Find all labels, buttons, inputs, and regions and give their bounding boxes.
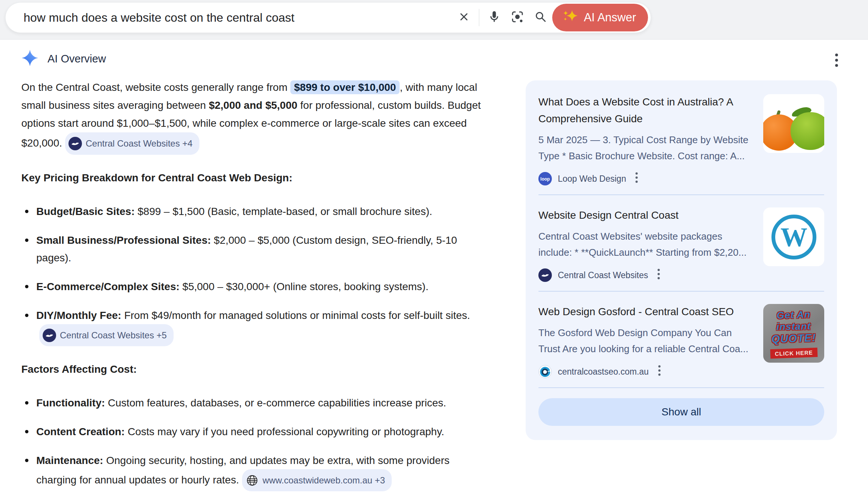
close-icon bbox=[458, 11, 470, 24]
sparkle-icon bbox=[562, 8, 578, 27]
pricing-list: Budget/Basic Sites: $899 – $1,500 (Basic… bbox=[21, 203, 504, 346]
bullet-lead: Content Creation: bbox=[36, 426, 125, 437]
card-snippet: The Gosford Web Design Company You Can T… bbox=[538, 325, 754, 357]
ai-overview-label: AI Overview bbox=[48, 53, 106, 65]
card-snippet: 5 Mar 2025 — 3. Typical Cost Range by We… bbox=[538, 132, 754, 164]
bullet-lead: DIY/Monthly Fee: bbox=[36, 310, 121, 321]
bullet-text: From $49/month for managed solutions or … bbox=[121, 310, 470, 321]
bold-price-range: $2,000 and $5,000 bbox=[209, 99, 297, 111]
citation-chip-label: Central Coast Websites +4 bbox=[86, 135, 193, 153]
search-icon bbox=[534, 10, 547, 25]
list-item: Maintenance: Ongoing security, hosting, … bbox=[21, 452, 489, 491]
card-thumbnail-wordpress-logo[interactable]: W bbox=[763, 208, 824, 266]
bullet-lead: Functionality: bbox=[36, 397, 105, 409]
citation-chip[interactable]: Central Coast Websites +4 bbox=[65, 132, 199, 155]
source-name: centralcoastseo.com.au bbox=[558, 367, 649, 377]
google-search-page: how much does a website cost on the cent… bbox=[0, 0, 868, 498]
card-thumbnail-fruits[interactable] bbox=[763, 94, 824, 153]
microphone-icon bbox=[488, 10, 501, 25]
card-more-options-button[interactable] bbox=[635, 172, 638, 186]
quote-graphic-line2: instant bbox=[776, 320, 811, 333]
list-item: Functionality: Custom features, database… bbox=[21, 394, 489, 412]
list-item: DIY/Monthly Fee: From $49/month for mana… bbox=[21, 307, 489, 346]
card-thumbnail-instant-quote[interactable]: Get An instant QUOTE! CLICK HERE bbox=[763, 304, 824, 363]
centralcoastseo-favicon-icon bbox=[538, 365, 552, 378]
card-title[interactable]: Website Design Central Coast bbox=[538, 207, 754, 224]
card-more-options-button[interactable] bbox=[658, 365, 661, 379]
ai-answer-label: AI Answer bbox=[584, 11, 636, 24]
gemini-star-icon bbox=[21, 49, 39, 68]
central-coast-websites-favicon-icon bbox=[43, 329, 56, 342]
quote-graphic-line3: QUOTE! bbox=[771, 331, 816, 345]
wordpress-logo-icon: W bbox=[770, 213, 818, 261]
central-coast-websites-favicon-icon bbox=[68, 137, 82, 150]
green-apple bbox=[791, 112, 824, 150]
source-card[interactable]: Website Design Central Coast Central Coa… bbox=[538, 195, 824, 291]
citation-chip-label: www.coastwideweb.com.au +3 bbox=[263, 471, 385, 489]
source-name: Loop Web Design bbox=[558, 174, 626, 184]
lens-search-button[interactable] bbox=[507, 7, 528, 28]
click-here-banner: CLICK HERE bbox=[770, 347, 817, 358]
show-all-button[interactable]: Show all bbox=[538, 398, 824, 426]
ai-overview-body: On the Central Coast, website costs gene… bbox=[21, 79, 504, 498]
sources-panel: What Does a Website Cost in Australia? A… bbox=[526, 80, 837, 440]
source-card[interactable]: Web Design Gosford - Central Coast SEO T… bbox=[538, 292, 824, 387]
overview-more-options-button[interactable] bbox=[833, 51, 840, 71]
card-title[interactable]: Web Design Gosford - Central Coast SEO bbox=[538, 303, 754, 320]
card-title[interactable]: What Does a Website Cost in Australia? A… bbox=[538, 93, 754, 127]
card-source-row: centralcoastseo.com.au bbox=[538, 365, 754, 379]
search-bar[interactable]: how much does a website cost on the cent… bbox=[5, 2, 651, 33]
clear-search-button[interactable] bbox=[453, 7, 474, 28]
para-text-1: On the Central Coast, website costs gene… bbox=[21, 82, 290, 93]
bullet-text: Costs may vary if you need professional … bbox=[125, 426, 444, 437]
quote-graphic-line1: Get An bbox=[777, 308, 811, 321]
bullet-lead: Small Business/Professional Sites: bbox=[36, 234, 211, 246]
pricing-section-heading: Key Pricing Breakdown for Central Coast … bbox=[21, 172, 504, 184]
list-item: Budget/Basic Sites: $899 – $1,500 (Basic… bbox=[21, 203, 489, 220]
citation-chip[interactable]: Central Coast Websites +5 bbox=[39, 324, 174, 346]
citation-chip[interactable]: www.coastwideweb.com.au +3 bbox=[242, 469, 392, 491]
ai-answer-button[interactable]: AI Answer bbox=[552, 4, 648, 31]
card-snippet: Central Coast Websites' website packages… bbox=[538, 228, 754, 261]
search-header: how much does a website cost on the cent… bbox=[0, 0, 868, 40]
highlighted-price-range: $899 to over $10,000 bbox=[290, 80, 400, 94]
loop-web-design-favicon-icon: loop bbox=[538, 172, 552, 185]
bullet-lead: Maintenance: bbox=[36, 455, 103, 466]
search-input[interactable]: how much does a website cost on the cent… bbox=[24, 11, 452, 25]
card-divider bbox=[538, 387, 824, 388]
voice-search-button[interactable] bbox=[484, 7, 505, 28]
card-source-row: loop Loop Web Design bbox=[538, 172, 754, 186]
svg-text:W: W bbox=[780, 222, 807, 252]
bullet-lead: Budget/Basic Sites: bbox=[36, 206, 135, 217]
central-coast-websites-favicon-icon bbox=[538, 268, 552, 282]
bullet-text: $899 – $1,500 (Basic, template-based, or… bbox=[135, 206, 432, 217]
bullet-text: $5,000 – $30,000+ (Online stores, bookin… bbox=[180, 281, 428, 292]
globe-icon bbox=[245, 474, 259, 487]
list-item: Content Creation: Costs may vary if you … bbox=[21, 423, 489, 440]
show-all-label: Show all bbox=[661, 406, 701, 418]
search-submit-button[interactable] bbox=[530, 7, 551, 28]
factors-section-heading: Factors Affecting Cost: bbox=[21, 363, 504, 375]
list-item: E-Commerce/Complex Sites: $5,000 – $30,0… bbox=[21, 278, 489, 295]
card-text: Web Design Gosford - Central Coast SEO T… bbox=[538, 301, 754, 379]
card-text: Website Design Central Coast Central Coa… bbox=[538, 205, 754, 282]
source-name: Central Coast Websites bbox=[558, 270, 648, 280]
card-text: What Does a Website Cost in Australia? A… bbox=[538, 91, 754, 186]
list-item: Small Business/Professional Sites: $2,00… bbox=[21, 231, 489, 267]
searchbar-divider bbox=[479, 9, 479, 26]
card-source-row: Central Coast Websites bbox=[538, 268, 754, 282]
overview-paragraph: On the Central Coast, website costs gene… bbox=[21, 79, 496, 155]
google-lens-icon bbox=[511, 10, 524, 25]
svg-text:loop: loop bbox=[540, 176, 550, 182]
three-dot-menu-icon bbox=[834, 63, 839, 69]
bullet-text: Custom features, databases, or e-commerc… bbox=[105, 397, 446, 409]
factors-list: Functionality: Custom features, database… bbox=[21, 394, 504, 491]
card-more-options-button[interactable] bbox=[657, 268, 660, 282]
ai-overview-header: AI Overview bbox=[21, 49, 106, 68]
source-card[interactable]: What Does a Website Cost in Australia? A… bbox=[538, 82, 824, 194]
citation-chip-label: Central Coast Websites +5 bbox=[60, 326, 167, 344]
bullet-lead: E-Commerce/Complex Sites: bbox=[36, 281, 180, 292]
